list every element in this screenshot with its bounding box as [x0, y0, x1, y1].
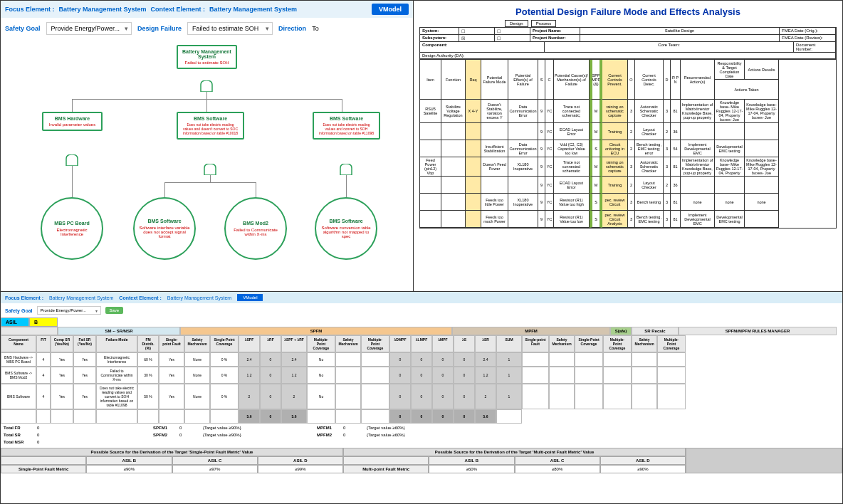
context-element-value: Battery Management System	[209, 6, 297, 13]
table-row[interactable]: RSU5 SatelliteStabilize Voltage Regulati…	[420, 100, 836, 123]
vmodel-button-bottom[interactable]: VModel	[237, 294, 263, 301]
safety-goal-label: Safety Goal	[5, 25, 41, 32]
table-row[interactable]: Insufficient StabilizationData Communica…	[420, 140, 836, 157]
tree-bms-software2-node[interactable]: BMS Software Does not take electric read…	[313, 112, 380, 140]
fault-tree-panel: Focus Element : Battery Management Syste…	[1, 1, 414, 291]
asil-label: ASIL	[1, 317, 29, 327]
vmodel-button[interactable]: VModel	[372, 4, 409, 15]
tree-bms-mod2-circle[interactable]: BMS Mod2 Failed to Communicate within X-…	[224, 197, 287, 260]
tree-bms-software-circle2[interactable]: BMS Software Software conversion table a…	[315, 197, 377, 260]
and-gate-icon	[203, 164, 217, 175]
table-row[interactable]: Feeds too much Power9YCResistor (R1) Val…	[420, 211, 836, 228]
fmea-title: Potential Design Failure Mode and Effect…	[419, 6, 837, 17]
table-row[interactable]: BMS Software -> BMS Mod24YesYesFailed to…	[1, 367, 842, 384]
fault-tree-diagram: Battery Management System Failed to esti…	[1, 39, 413, 281]
table-row[interactable]: 9YCECAD Layout ErrorMTraining2Layout Che…	[420, 177, 836, 194]
tree-bms-software1-node[interactable]: BMS Software Does not take electric read…	[177, 112, 244, 140]
tree-bms-hardware-node[interactable]: BMS Hardware Invalid parameter values	[42, 112, 103, 131]
safety-goal-dropdown[interactable]: Provide Energy/Power...	[46, 22, 132, 35]
tree-mbs-pc-board-circle[interactable]: MBS PC Board Electromagnetic Interferenc…	[41, 197, 103, 260]
and-gate-icon	[65, 154, 79, 166]
table-row[interactable]: Feeds too little PowerXL180 Inoperative9…	[420, 194, 836, 211]
fmea-header-block: System: ☐ ☐ Project Name: Satellite Desi…	[419, 27, 837, 60]
fmea-table: Item Function Req Potential Failure Mode…	[419, 60, 837, 229]
design-failure-label: Design Failure	[137, 25, 182, 32]
fault-tree-header: Focus Element : Battery Management Syste…	[1, 1, 413, 18]
save-button[interactable]: Save	[105, 307, 124, 314]
analysis-panel: Focus Element : Battery Management Syste…	[0, 292, 843, 504]
and-gate-icon	[199, 80, 214, 92]
context-element-label: Context Element :	[151, 6, 206, 13]
tree-bms-software-circle1[interactable]: BMS Software Software interface variable…	[133, 197, 196, 260]
tree-root-node[interactable]: Battery Management System Failed to esti…	[177, 45, 237, 69]
focus-element-value: Battery Management System	[59, 6, 147, 13]
asil-value: B	[29, 317, 58, 327]
analysis-header: Focus Element : Battery Management Syste…	[1, 292, 842, 303]
design-failure-dropdown[interactable]: Failed to estimate SOH	[187, 22, 273, 35]
safety-goal-dropdown-bottom[interactable]: Provide Energy/Power...	[37, 306, 101, 315]
focus-element-label: Focus Element :	[5, 6, 55, 13]
analysis-table: SM -- SR/NSR SPFM MPFM S(afe) SR Recalc …	[1, 327, 842, 424]
table-row[interactable]: BMS Software4YesYesDoes not take electri…	[1, 384, 842, 409]
and-gate-icon	[339, 164, 353, 175]
fault-tree-filters: Safety Goal Provide Energy/Power... Desi…	[1, 18, 413, 39]
process-button[interactable]: Process	[531, 20, 557, 27]
table-row[interactable]: Feed Power (pin12) VbpDoesn't Feed Power…	[420, 157, 836, 177]
direction-label: Direction	[278, 25, 306, 32]
direction-value: To	[312, 25, 319, 32]
table-row[interactable]: BMS Hardware -> MBS PC Board4YesYesElect…	[1, 352, 842, 367]
fmea-panel: Potential Design Failure Mode and Effect…	[414, 1, 842, 291]
table-row[interactable]: 9YCECAD Layout ErrorMTraining2Layout Che…	[420, 123, 836, 140]
design-button[interactable]: Design	[505, 20, 528, 27]
